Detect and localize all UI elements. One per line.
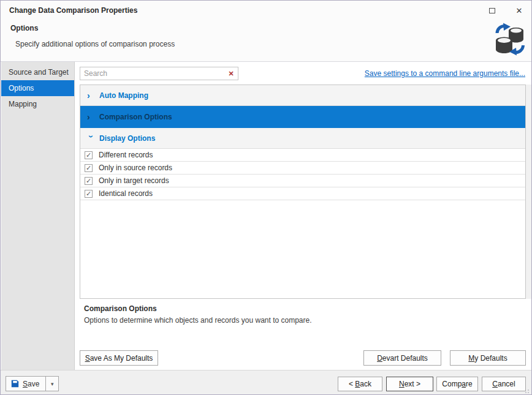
chevron-right-icon: › <box>87 113 96 121</box>
search-input[interactable]: Search ✕ <box>80 67 238 80</box>
resize-grip[interactable] <box>523 387 530 394</box>
back-button[interactable]: < Back <box>338 377 382 391</box>
save-split-button: Save ▾ <box>6 376 59 391</box>
check-icon: ✓ <box>86 190 91 197</box>
section-description: Comparison Options Options to determine … <box>84 304 312 325</box>
option-row-only-in-target-records[interactable]: ✓ Only in target records <box>80 175 525 187</box>
clear-search-icon[interactable]: ✕ <box>224 70 238 78</box>
save-dropdown-button[interactable]: ▾ <box>45 377 58 391</box>
checkbox-checked[interactable]: ✓ <box>85 190 93 198</box>
window-controls: ✕ <box>484 4 528 17</box>
description-title: Comparison Options <box>84 304 312 313</box>
description-text: Options to determine which objects and r… <box>84 316 312 325</box>
close-button[interactable]: ✕ <box>511 4 528 17</box>
options-panel: › Auto Mapping › Comparison Options › Di… <box>80 85 526 299</box>
save-as-my-defaults-button[interactable]: Save As My Defaults <box>80 350 158 366</box>
check-icon: ✓ <box>86 152 91 159</box>
option-row-only-in-source-records[interactable]: ✓ Only in source records <box>80 162 525 175</box>
data-comparison-icon <box>493 23 526 56</box>
save-settings-link[interactable]: Save settings to a command line argument… <box>365 69 525 78</box>
options-content: Search ✕ Save settings to a command line… <box>75 62 532 370</box>
section-auto-mapping[interactable]: › Auto Mapping <box>80 85 525 106</box>
page-title: Options <box>10 24 38 32</box>
option-row-identical-records[interactable]: ✓ Identical records <box>80 187 525 200</box>
save-button[interactable]: Save <box>6 377 45 391</box>
footer-bar: Save ▾ < Back Next > Compare Cancel <box>1 370 531 395</box>
panel-scroll-gutter <box>526 85 531 299</box>
dropdown-arrow-icon: ▾ <box>51 381 54 387</box>
wizard-sidebar: Source and Target Options Mapping <box>1 62 75 370</box>
compare-button[interactable]: Compare <box>436 377 478 391</box>
window-title: Change Data Comparison Properties <box>9 6 137 15</box>
chevron-down-icon: › <box>87 135 96 143</box>
checkbox-checked[interactable]: ✓ <box>85 164 93 172</box>
section-display-options[interactable]: › Display Options <box>80 128 525 149</box>
option-row-different-records[interactable]: ✓ Different records <box>80 149 525 162</box>
sidebar-item-source-and-target[interactable]: Source and Target <box>1 64 74 80</box>
dialog-window: Change Data Comparison Properties ✕ Opti… <box>0 0 532 395</box>
cancel-button[interactable]: Cancel <box>482 377 526 391</box>
check-icon: ✓ <box>86 178 91 184</box>
close-icon: ✕ <box>516 6 523 15</box>
page-subtitle: Specify additional options of comparison… <box>15 40 175 48</box>
my-defaults-button[interactable]: My Defaults <box>450 350 526 366</box>
devart-defaults-button[interactable]: Devart Defaults <box>363 350 441 366</box>
maximize-icon <box>489 8 495 13</box>
sidebar-item-mapping[interactable]: Mapping <box>1 96 74 112</box>
check-icon: ✓ <box>86 165 91 171</box>
maximize-button[interactable] <box>484 4 501 17</box>
sidebar-item-options[interactable]: Options <box>1 80 74 96</box>
chevron-right-icon: › <box>87 91 96 100</box>
checkbox-checked[interactable]: ✓ <box>85 177 93 185</box>
search-placeholder: Search <box>80 69 224 78</box>
next-button[interactable]: Next > <box>386 377 433 391</box>
save-icon <box>11 380 19 388</box>
section-comparison-options[interactable]: › Comparison Options <box>80 106 525 128</box>
checkbox-checked[interactable]: ✓ <box>85 151 93 159</box>
